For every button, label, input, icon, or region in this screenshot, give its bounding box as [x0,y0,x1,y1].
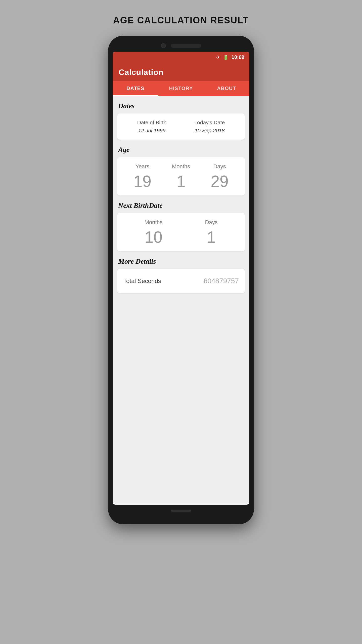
next-months-value: 10 [145,229,162,245]
dob-value: 12 Jul 1999 [138,128,166,134]
status-time: 10:09 [232,54,244,60]
phone-screen: ✈ 🔋 10:09 Calculation DATES HISTORY ABOU… [113,52,249,505]
next-days-col: Days 1 [205,219,217,245]
app-title: Calculation [119,68,243,77]
more-details-card: Total Seconds 604879757 [117,269,245,293]
next-days-label: Days [205,219,217,226]
status-bar: ✈ 🔋 10:09 [113,52,249,63]
years-value: 19 [133,173,151,189]
phone-speaker [171,44,201,48]
days-col: Days 29 [211,163,229,189]
months-label: Months [172,163,190,170]
months-col: Months 1 [172,163,190,189]
app-bar: Calculation [113,63,249,81]
next-months-label: Months [144,219,162,226]
total-seconds-key: Total Seconds [123,277,161,285]
phone-frame: ✈ 🔋 10:09 Calculation DATES HISTORY ABOU… [108,36,254,524]
next-birthday-card: Months 10 Days 1 [117,213,245,251]
dates-row: Date of Birth 12 Jul 1999 Today's Date 1… [123,119,239,134]
phone-camera [161,43,166,48]
next-days-value: 1 [207,229,216,245]
tab-dates[interactable]: DATES [113,81,158,96]
dob-label: Date of Birth [137,119,167,126]
age-card: Years 19 Months 1 Days 29 [117,157,245,195]
next-birthday-section-label: Next BirthDate [118,202,245,210]
today-value: 10 Sep 2018 [195,128,224,134]
dates-card: Date of Birth 12 Jul 1999 Today's Date 1… [117,113,245,140]
next-birthday-row: Months 10 Days 1 [123,219,239,245]
days-value: 29 [211,173,229,189]
airplane-icon: ✈ [216,55,220,60]
years-col: Years 19 [133,163,151,189]
dates-section-label: Dates [118,102,245,110]
years-label: Years [135,163,149,170]
page-title: AGE CALCULATION RESULT [113,15,249,26]
total-seconds-value: 604879757 [204,277,239,285]
today-col: Today's Date 10 Sep 2018 [195,119,225,134]
days-label: Days [213,163,226,170]
dob-col: Date of Birth 12 Jul 1999 [137,119,167,134]
phone-bottom [113,510,249,512]
tab-history[interactable]: HISTORY [158,81,204,96]
more-details-section-label: More Details [118,257,245,265]
total-seconds-row: Total Seconds 604879757 [123,275,239,287]
battery-icon: 🔋 [223,55,229,60]
age-section-label: Age [118,146,245,154]
age-row: Years 19 Months 1 Days 29 [123,163,239,189]
next-months-col: Months 10 [144,219,162,245]
home-button [171,510,191,512]
months-value: 1 [176,173,186,189]
today-label: Today's Date [195,119,225,126]
tab-about[interactable]: ABOUT [204,81,249,96]
content-area: Dates Date of Birth 12 Jul 1999 Today's … [113,96,249,305]
tab-bar: DATES HISTORY ABOUT [113,81,249,96]
phone-top-bar [113,43,249,48]
